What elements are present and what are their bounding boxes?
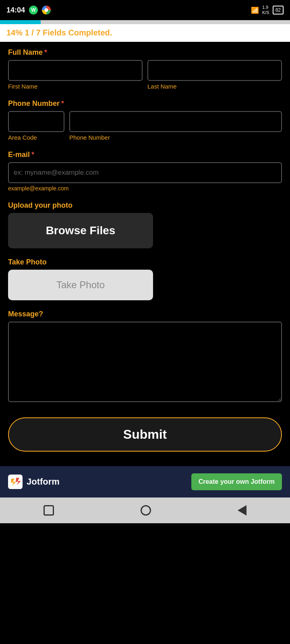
whatsapp-icon: W bbox=[29, 6, 38, 14]
browse-files-button[interactable]: Browse Files bbox=[8, 213, 153, 248]
nav-square-button[interactable] bbox=[44, 505, 54, 516]
phone-group: Phone Number * Area Code Phone Number bbox=[8, 99, 282, 141]
last-name-input[interactable] bbox=[147, 60, 282, 81]
full-name-group: Full Name * First Name Last Name bbox=[8, 48, 282, 90]
required-star: * bbox=[44, 48, 47, 57]
nav-back-button[interactable] bbox=[238, 505, 246, 516]
message-group: Message? bbox=[8, 310, 282, 404]
area-code-wrapper: Area Code bbox=[8, 111, 64, 141]
phone-required-star: * bbox=[61, 99, 64, 108]
wifi-icon: 📶 bbox=[251, 6, 259, 14]
android-nav-bar bbox=[0, 497, 290, 523]
phone-row: Area Code Phone Number bbox=[8, 111, 282, 141]
first-name-wrapper: First Name bbox=[8, 60, 143, 90]
progress-container bbox=[0, 20, 290, 24]
create-jotform-button[interactable]: Create your own Jotform bbox=[191, 473, 282, 490]
message-label: Message? bbox=[8, 310, 282, 318]
email-hint: example@example.com bbox=[8, 185, 282, 192]
phone-label: Phone Number * bbox=[8, 99, 282, 108]
status-right: 📶 1.9K/S 82 bbox=[251, 5, 284, 15]
status-bar: 14:04 W 📶 1.9K/S 82 bbox=[0, 0, 290, 20]
last-name-wrapper: Last Name bbox=[147, 60, 282, 90]
jotform-brand: Jotform bbox=[8, 475, 60, 489]
progress-label: 14% 1 / 7 Fields Completed. bbox=[0, 24, 290, 42]
phone-number-label: Phone Number bbox=[69, 134, 282, 141]
jotform-footer: Jotform Create your own Jotform bbox=[0, 466, 290, 497]
phone-number-input[interactable] bbox=[69, 111, 282, 132]
progress-bar bbox=[0, 20, 41, 24]
area-code-input[interactable] bbox=[8, 111, 64, 132]
message-textarea[interactable] bbox=[8, 322, 282, 402]
last-name-label: Last Name bbox=[147, 83, 282, 90]
jotform-logo-icon bbox=[8, 475, 23, 489]
email-label: E-mail * bbox=[8, 151, 282, 159]
full-name-row: First Name Last Name bbox=[8, 60, 282, 90]
nav-home-button[interactable] bbox=[141, 505, 151, 516]
area-code-label: Area Code bbox=[8, 134, 64, 141]
submit-button[interactable]: Submit bbox=[8, 417, 282, 452]
nav-back-icon bbox=[238, 505, 246, 516]
take-photo-group: Take Photo Take Photo bbox=[8, 258, 282, 300]
full-name-label: Full Name * bbox=[8, 48, 282, 57]
clock: 14:04 bbox=[6, 6, 25, 14]
nav-circle-icon bbox=[141, 505, 151, 516]
upload-photo-group: Upload your photo Browse Files bbox=[8, 201, 282, 248]
nav-square-icon bbox=[44, 505, 54, 516]
take-photo-button[interactable]: Take Photo bbox=[8, 270, 153, 300]
form-body: Full Name * First Name Last Name Phone N… bbox=[0, 42, 290, 458]
network-speed: 1.9K/S bbox=[262, 5, 269, 15]
chrome-icon bbox=[42, 6, 51, 14]
upload-photo-label: Upload your photo bbox=[8, 201, 282, 210]
battery-icon: 82 bbox=[273, 6, 284, 14]
status-left: 14:04 W bbox=[6, 6, 51, 14]
first-name-label: First Name bbox=[8, 83, 143, 90]
email-group: E-mail * example@example.com bbox=[8, 151, 282, 192]
jotform-brand-name: Jotform bbox=[27, 477, 60, 487]
phone-number-wrapper: Phone Number bbox=[69, 111, 282, 141]
take-photo-label: Take Photo bbox=[8, 258, 282, 266]
email-required-star: * bbox=[31, 151, 34, 159]
email-input[interactable] bbox=[8, 162, 282, 183]
first-name-input[interactable] bbox=[8, 60, 143, 81]
